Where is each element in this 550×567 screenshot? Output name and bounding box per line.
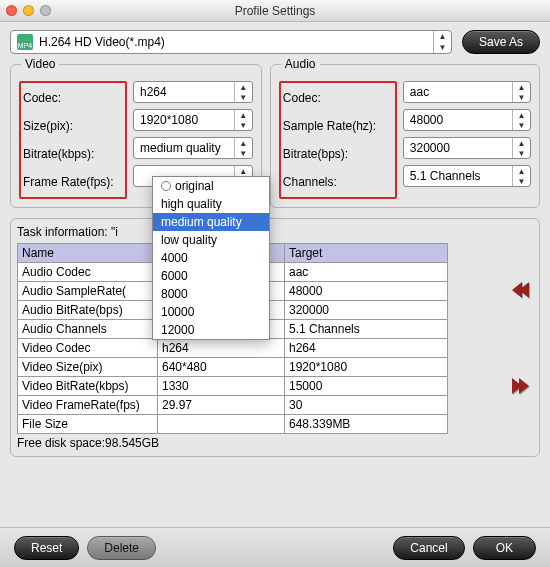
table-cell: h264: [285, 339, 448, 358]
bottom-bar: Reset Delete Cancel OK: [0, 527, 550, 567]
chevron-left-icon: [519, 282, 529, 298]
table-cell: 48000: [285, 282, 448, 301]
stepper-icon[interactable]: ▲▼: [512, 82, 530, 102]
bitrate-option-medium[interactable]: medium quality: [153, 213, 269, 231]
table-cell: Video FrameRate(fps): [18, 396, 158, 415]
table-cell: Audio Codec: [18, 263, 158, 282]
video-group-title: Video: [21, 57, 59, 71]
close-window-button[interactable]: [6, 5, 17, 16]
table-cell: 640*480: [158, 358, 285, 377]
audio-channels-select[interactable]: 5.1 Channels ▲▼: [403, 165, 531, 187]
titlebar: Profile Settings: [0, 0, 550, 22]
minimize-window-button[interactable]: [23, 5, 34, 16]
table-cell: Audio BitRate(bps): [18, 301, 158, 320]
bitrate-option-low[interactable]: low quality: [153, 231, 269, 249]
bitrate-option-6000[interactable]: 6000: [153, 267, 269, 285]
video-size-select[interactable]: 1920*1080 ▲▼: [133, 109, 253, 131]
video-labels-highlight: Codec: Size(pix): Bitrate(kbps): Frame R…: [19, 81, 127, 199]
video-codec-select[interactable]: h264 ▲▼: [133, 81, 253, 103]
audio-group-title: Audio: [281, 57, 320, 71]
table-cell: h264: [158, 339, 285, 358]
video-framerate-label: Frame Rate(fps):: [23, 171, 119, 193]
video-size-label: Size(pix):: [23, 115, 119, 137]
table-row[interactable]: File Size648.339MB: [18, 415, 448, 434]
ok-button[interactable]: OK: [473, 536, 536, 560]
table-cell: Audio Channels: [18, 320, 158, 339]
col-name[interactable]: Name: [18, 244, 158, 263]
table-cell: Audio SampleRate(: [18, 282, 158, 301]
table-cell: 29.97: [158, 396, 285, 415]
reset-button[interactable]: Reset: [14, 536, 79, 560]
table-row[interactable]: Video Size(pix)640*4801920*1080: [18, 358, 448, 377]
bitrate-option-original[interactable]: original: [153, 177, 269, 195]
table-cell: Video Size(pix): [18, 358, 158, 377]
radio-icon: [161, 181, 171, 191]
profile-select[interactable]: MP4 H.264 HD Video(*.mp4) ▲▼: [10, 30, 452, 54]
task-info-box: Task information: "i Name Target Audio C…: [10, 218, 540, 457]
task-info-title: Task information: "i: [17, 225, 533, 239]
table-cell: 15000: [285, 377, 448, 396]
col-target[interactable]: Target: [285, 244, 448, 263]
audio-codec-label: Codec:: [283, 87, 389, 109]
bitrate-option-4000[interactable]: 4000: [153, 249, 269, 267]
bitrate-option-10000[interactable]: 10000: [153, 303, 269, 321]
audio-samplerate-label: Sample Rate(hz):: [283, 115, 389, 137]
next-task-button[interactable]: [512, 378, 529, 394]
table-cell: aac: [285, 263, 448, 282]
table-cell: 1330: [158, 377, 285, 396]
bitrate-option-high[interactable]: high quality: [153, 195, 269, 213]
delete-button[interactable]: Delete: [87, 536, 156, 560]
audio-group: Audio Codec: Sample Rate(hz): Bitrate(bp…: [270, 64, 540, 208]
stepper-icon[interactable]: ▲▼: [234, 82, 252, 102]
table-cell: Video BitRate(kbps): [18, 377, 158, 396]
stepper-icon[interactable]: ▲▼: [512, 166, 530, 186]
free-disk-space: Free disk space:98.545GB: [17, 436, 533, 450]
profile-stepper[interactable]: ▲▼: [433, 31, 451, 53]
table-row[interactable]: Video FrameRate(fps)29.9730: [18, 396, 448, 415]
table-cell: 648.339MB: [285, 415, 448, 434]
video-bitrate-dropdown[interactable]: original high quality medium quality low…: [152, 176, 270, 340]
bitrate-option-12000[interactable]: 12000: [153, 321, 269, 339]
stepper-icon[interactable]: ▲▼: [512, 110, 530, 130]
table-cell: Video Codec: [18, 339, 158, 358]
stepper-icon[interactable]: ▲▼: [234, 110, 252, 130]
audio-codec-select[interactable]: aac ▲▼: [403, 81, 531, 103]
prev-task-button[interactable]: [512, 282, 529, 298]
save-as-button[interactable]: Save As: [462, 30, 540, 54]
window-title: Profile Settings: [0, 4, 550, 18]
cancel-button[interactable]: Cancel: [393, 536, 464, 560]
table-cell: 5.1 Channels: [285, 320, 448, 339]
audio-bitrate-select[interactable]: 320000 ▲▼: [403, 137, 531, 159]
table-cell: 1920*1080: [285, 358, 448, 377]
table-row[interactable]: Video Codech264h264: [18, 339, 448, 358]
table-row[interactable]: Video BitRate(kbps)133015000: [18, 377, 448, 396]
video-bitrate-select[interactable]: medium quality ▲▼: [133, 137, 253, 159]
audio-channels-label: Channels:: [283, 171, 389, 193]
stepper-icon[interactable]: ▲▼: [512, 138, 530, 158]
table-cell: 320000: [285, 301, 448, 320]
zoom-window-button: [40, 5, 51, 16]
table-cell: File Size: [18, 415, 158, 434]
bitrate-option-8000[interactable]: 8000: [153, 285, 269, 303]
audio-bitrate-label: Bitrate(bps):: [283, 143, 389, 165]
video-codec-label: Codec:: [23, 87, 119, 109]
profile-select-label: H.264 HD Video(*.mp4): [39, 35, 165, 49]
mp4-icon: MP4: [17, 34, 33, 50]
stepper-icon[interactable]: ▲▼: [234, 138, 252, 158]
audio-labels-highlight: Codec: Sample Rate(hz): Bitrate(bps): Ch…: [279, 81, 397, 199]
table-cell: 30: [285, 396, 448, 415]
chevron-right-icon: [519, 378, 529, 394]
table-cell: [158, 415, 285, 434]
audio-samplerate-select[interactable]: 48000 ▲▼: [403, 109, 531, 131]
video-bitrate-label: Bitrate(kbps):: [23, 143, 119, 165]
